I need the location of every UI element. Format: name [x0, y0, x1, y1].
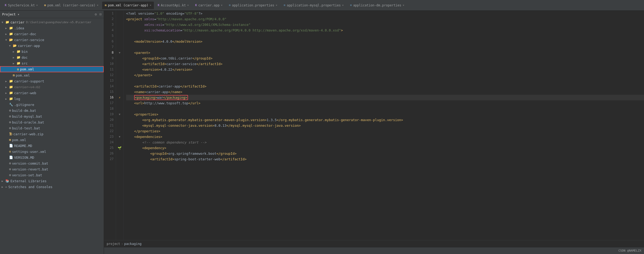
tree-item-version-commit[interactable]: ▶ ⚙ version-commit.bat [0, 160, 104, 166]
expand-arrow: ▶ [13, 56, 17, 59]
project-sidebar: Project ▾ ⚙ ⊟ ▼ 📁 carrier D:\Sunline\gua… [0, 11, 104, 254]
tree-label: carrier-web.zip [13, 132, 43, 136]
tab-close-btn[interactable]: × [97, 4, 98, 7]
code-line-22: </properties> [126, 128, 644, 134]
tree-item-idea[interactable]: ▶ 📁 .idea [0, 25, 104, 31]
tab-close-btn[interactable]: × [187, 4, 189, 7]
line-num: 20 [104, 117, 116, 123]
gutter-cell-fold[interactable]: ▼ [116, 50, 123, 55]
tree-item-carrier-v4[interactable]: ▶ 📁 carrier-v4.02 [0, 84, 104, 90]
breadcrumb-item-project[interactable]: project [107, 242, 120, 246]
tree-item-build-mysql[interactable]: ▶ ⚙ build-mysql.bat [0, 113, 104, 119]
tree-item-pom-root[interactable]: ▶ m pom.xml [0, 137, 104, 143]
code-line-5 [126, 33, 644, 39]
tree-item-carrier-support[interactable]: ▶ 📁 carrier-support [0, 78, 104, 84]
code-text: <artifactId>carrier-app</artifactId> [126, 84, 644, 89]
expand-arrow: ▶ [2, 185, 5, 188]
tree-label: External Libraries [10, 179, 46, 183]
tab-app-mysql-properties[interactable]: ≡ application-mysql.properties × [281, 2, 346, 9]
folder-icon: 📁 [17, 50, 21, 53]
tree-label: version-set.bat [12, 173, 42, 177]
tab-close-btn[interactable]: × [150, 4, 151, 7]
tree-item-pom-app[interactable]: ▶ m pom.xml [0, 66, 104, 72]
tab-carrier-app[interactable]: K carrier.app × [193, 2, 225, 9]
code-text: xsi:schemaLocation="http://maven.apache.… [126, 27, 644, 33]
bat-icon: ⚙ [9, 126, 11, 130]
line-num: 16 [104, 95, 116, 100]
code-editor[interactable]: <?xml version="1.0" encoding="UTF-8"?> <… [123, 11, 644, 240]
gutter-cell-fold[interactable]: ▼ [116, 134, 123, 140]
code-text: <name>carrier-app</name> [126, 89, 644, 95]
tree-item-version-set[interactable]: ▶ ⚙ version-set.bat [0, 172, 104, 178]
gutter-cell [116, 27, 123, 33]
sidebar-gear-icon[interactable]: ⚙ [95, 12, 97, 16]
line-num: 9 [104, 55, 116, 61]
folder-icon: 📁 [9, 97, 13, 101]
tree-root-carrier[interactable]: ▼ 📁 carrier D:\Sunline\guangzhou\dev-v5.… [0, 19, 104, 25]
breadcrumb-separator: › [121, 242, 123, 246]
tab-sync-service[interactable]: K SyncService.kt × [2, 2, 41, 9]
folder-open-icon: 📂 [13, 44, 17, 47]
line-num: 5 [104, 33, 116, 39]
tab-close-btn[interactable]: × [221, 4, 222, 7]
gutter-cell [116, 140, 123, 145]
tree-label: pom.xml [20, 67, 34, 71]
tree-item-doc[interactable]: ▶ 📁 doc [0, 54, 104, 60]
tree-item-scratches[interactable]: ▶ ✏ Scratches and Consoles [0, 184, 104, 190]
folder-icon: 📁 [17, 61, 21, 65]
tree-item-gitignore[interactable]: ▶ 🔧 .gitignore [0, 102, 104, 108]
tree-item-src[interactable]: ▶ 📁 src [0, 60, 104, 66]
expand-arrow: ▶ [5, 97, 9, 100]
code-text: <artifactId>spring-boot-starter-web</art… [126, 156, 644, 162]
gutter-cell [116, 128, 123, 134]
gutter-cell [116, 156, 123, 162]
code-line-9: <groupId>com.t6bi.carrier</groupId> [126, 55, 644, 61]
bat-icon: ⚙ [9, 120, 11, 124]
line-num: 6 [104, 39, 116, 44]
gutter-cell [116, 67, 123, 72]
code-line-11: <version>4.0.22</version> [126, 67, 644, 72]
tree-item-carrier-web-zip[interactable]: ▶ 🗜 carrier-web.zip [0, 131, 104, 137]
tree-item-settings-user[interactable]: ▶ ⚙ settings-user.xml [0, 149, 104, 154]
prop-icon: ≡ [229, 3, 231, 7]
gutter-cell [116, 11, 123, 16]
tree-item-pom-service[interactable]: ▶ m pom.xml [0, 72, 104, 78]
tree-item-carrier-doc[interactable]: ▶ 📁 carrier-doc [0, 31, 104, 37]
breadcrumb-item-packaging[interactable]: packaging [124, 242, 142, 246]
gutter-cell-fold[interactable]: ▼ [116, 112, 123, 117]
tree-item-readme[interactable]: ▶ 📄 README.MD [0, 143, 104, 149]
gutter-cell-spring[interactable]: 🌱 [116, 145, 123, 151]
expand-arrow: ▶ [5, 33, 9, 35]
folder-icon: 📁 [17, 55, 21, 59]
tree-label: carrier-service [14, 38, 44, 42]
tree-item-build-dm[interactable]: ▶ ⚙ build-dm.bat [0, 108, 104, 113]
tab-close-btn[interactable]: × [403, 4, 404, 7]
tab-close-btn[interactable]: × [276, 4, 277, 7]
sidebar-layout-icon[interactable]: ⊟ [99, 12, 102, 16]
tree-item-version-revert[interactable]: ▶ ⚙ version-revert.bat [0, 166, 104, 172]
tree-item-carrier-app[interactable]: ▼ 📂 carrier-app [0, 43, 104, 49]
tab-close-btn[interactable]: × [342, 4, 344, 7]
line-num: 25 [104, 145, 116, 151]
tree-item-external-libs[interactable]: ▶ 📚 External Libraries [0, 178, 104, 184]
tree-item-build-oracle[interactable]: ▶ ⚙ build-oracle.bat [0, 119, 104, 125]
xml-icon: m [105, 3, 107, 7]
tree-item-build-test[interactable]: ▶ ⚙ build-test.bat [0, 125, 104, 131]
tab-pom-carrier-service[interactable]: m pom.xml (carrier-service) × [42, 2, 101, 9]
tree-item-version-md[interactable]: ▶ 📄 VERSION.MD [0, 154, 104, 160]
tab-account-api[interactable]: K AccountApi.kt × [155, 2, 191, 9]
expand-arrow: ▶ [2, 180, 5, 182]
gutter-cell [116, 117, 123, 123]
code-text: </properties> [126, 128, 644, 134]
tree-item-carrier-web[interactable]: ▶ 📁 carrier-web [0, 90, 104, 96]
tree-item-carrier-service[interactable]: ▼ 📂 carrier-service [0, 37, 104, 43]
tree-item-log[interactable]: ▶ 📁 log [0, 96, 104, 102]
tree-item-bin[interactable]: ▶ 📁 bin [0, 49, 104, 54]
tab-app-dm-properties[interactable]: ≡ application-dm.properties × [347, 2, 407, 9]
gutter-cell-warning[interactable]: ⚡ [116, 95, 123, 100]
tab-pom-carrier-app[interactable]: m pom.xml (carrier-app) × [102, 2, 154, 9]
line-numbers: 1 2 3 4 5 6 7 8 9 10 11 12 13 14 15 16 1… [104, 11, 116, 240]
tab-close-btn[interactable]: × [36, 4, 38, 7]
tab-app-properties[interactable]: ≡ application.properties × [226, 2, 280, 9]
code-text: </parent> [126, 72, 644, 78]
